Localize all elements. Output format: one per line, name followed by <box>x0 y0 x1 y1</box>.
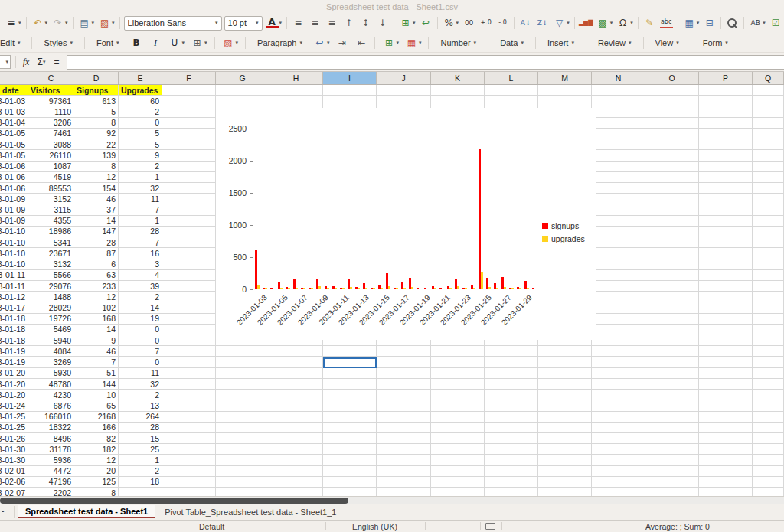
italic-button[interactable]: I <box>149 35 163 50</box>
autosum-button[interactable]: Σ▾ <box>34 55 48 69</box>
cell[interactable]: 25 <box>119 444 162 455</box>
cell[interactable] <box>162 281 216 292</box>
cell[interactable] <box>699 118 753 129</box>
cell[interactable] <box>485 400 538 411</box>
cell[interactable]: 4472 <box>28 466 74 477</box>
cell[interactable]: 2023-01-03 <box>0 106 28 117</box>
cell[interactable] <box>162 433 216 444</box>
cell[interactable] <box>323 368 377 379</box>
undo-button[interactable]: ↶▾ <box>31 16 49 31</box>
cell[interactable] <box>323 379 377 390</box>
cell[interactable] <box>162 237 216 248</box>
cell[interactable]: 12 <box>74 172 119 183</box>
add-decimal-button[interactable]: +.0 <box>479 16 493 31</box>
insert-comment-button[interactable]: ✎ <box>642 16 657 31</box>
cell[interactable]: 18986 <box>28 227 74 237</box>
conditional-formatting-button[interactable]: ▦▾ <box>404 35 423 50</box>
cell[interactable]: 4 <box>119 270 162 281</box>
cell[interactable]: 2023-01-18 <box>0 325 28 335</box>
cell[interactable] <box>323 444 377 455</box>
cell[interactable] <box>645 118 699 129</box>
cell[interactable]: 5469 <box>28 325 74 335</box>
cell[interactable] <box>216 400 270 411</box>
cell[interactable] <box>538 357 592 367</box>
cell[interactable] <box>753 444 784 455</box>
cell[interactable]: 2023-01-10 <box>0 227 28 237</box>
cell[interactable] <box>323 433 377 444</box>
cell[interactable] <box>162 466 216 477</box>
data-button[interactable]: Data▾ <box>495 36 529 50</box>
cell[interactable] <box>431 346 485 357</box>
cell[interactable]: 3 <box>119 259 162 270</box>
align-bottom-button[interactable]: ↓ <box>375 16 390 31</box>
formula-button[interactable]: = <box>50 55 64 69</box>
column-header[interactable]: G <box>216 72 270 84</box>
redo-button[interactable]: ↷▾ <box>51 16 69 31</box>
align-center-button[interactable]: ≡ <box>308 16 322 31</box>
cell[interactable]: 5 <box>119 139 162 150</box>
sheet-tab[interactable]: Pivot Table_Spreadsheet test data - Shee… <box>157 506 344 517</box>
cell[interactable]: 5566 <box>28 270 74 281</box>
cell[interactable] <box>538 433 592 444</box>
cell[interactable]: 2023-01-09 <box>0 194 28 204</box>
cell[interactable]: 18 <box>119 477 162 488</box>
cell[interactable] <box>162 118 216 129</box>
cell[interactable]: 2023-01-05 <box>0 150 28 161</box>
cell[interactable] <box>592 433 645 444</box>
sort-descending-button[interactable]: Z↓ <box>535 16 550 31</box>
cell[interactable] <box>592 379 645 390</box>
cell[interactable] <box>645 346 699 357</box>
cell[interactable]: 2023-01-05 <box>0 129 28 139</box>
cell[interactable]: 5 <box>119 129 162 139</box>
cell[interactable]: 46 <box>74 194 119 204</box>
cell[interactable] <box>485 466 538 477</box>
cell[interactable] <box>162 314 216 325</box>
cell[interactable]: 2023-01-17 <box>0 302 28 313</box>
column-header[interactable] <box>0 72 28 84</box>
cell[interactable] <box>431 400 485 411</box>
column-header[interactable]: M <box>538 72 592 84</box>
header-cell[interactable]: date <box>0 85 28 96</box>
cell[interactable]: 29076 <box>28 281 74 292</box>
cell[interactable] <box>323 412 377 423</box>
cell[interactable] <box>377 346 431 357</box>
cell[interactable]: 154 <box>74 183 119 194</box>
cell[interactable] <box>592 106 645 117</box>
review-button[interactable]: Review▾ <box>593 36 637 50</box>
cell[interactable] <box>162 455 216 465</box>
cell[interactable]: 28 <box>119 227 162 237</box>
cell[interactable] <box>645 325 699 335</box>
cell[interactable] <box>645 248 699 259</box>
cell[interactable]: 4519 <box>28 172 74 183</box>
cell[interactable] <box>645 302 699 313</box>
cell[interactable] <box>485 455 538 465</box>
cell[interactable]: 144 <box>74 379 119 390</box>
menu-button[interactable]: ≡▾ <box>4 16 22 31</box>
cell[interactable] <box>538 379 592 390</box>
cell[interactable] <box>323 466 377 477</box>
cell[interactable] <box>645 444 699 455</box>
cell[interactable] <box>270 423 323 433</box>
cell[interactable] <box>645 216 699 227</box>
cell[interactable]: 19726 <box>28 314 74 325</box>
cell[interactable] <box>753 335 784 346</box>
cell[interactable] <box>162 477 216 488</box>
cell[interactable]: 28 <box>74 237 119 248</box>
view-button[interactable]: View▾ <box>650 36 684 50</box>
cell[interactable] <box>699 292 753 302</box>
cell[interactable] <box>431 444 485 455</box>
cell[interactable]: 18322 <box>28 423 74 433</box>
paste-button[interactable]: ▤▾ <box>77 16 96 31</box>
cell[interactable]: 2023-01-12 <box>0 292 28 302</box>
sort-ascending-button[interactable]: A↓ <box>518 16 533 31</box>
cell[interactable] <box>323 400 377 411</box>
freeze-panes-button[interactable]: ▦▾ <box>682 16 701 31</box>
cell[interactable] <box>485 368 538 379</box>
cell[interactable]: 65 <box>74 400 119 411</box>
cell[interactable] <box>699 96 753 106</box>
cell[interactable]: 3088 <box>28 139 74 150</box>
cell[interactable] <box>699 335 753 346</box>
cell[interactable] <box>216 433 270 444</box>
cell[interactable]: 2023-01-18 <box>0 335 28 346</box>
cell[interactable] <box>753 259 784 270</box>
